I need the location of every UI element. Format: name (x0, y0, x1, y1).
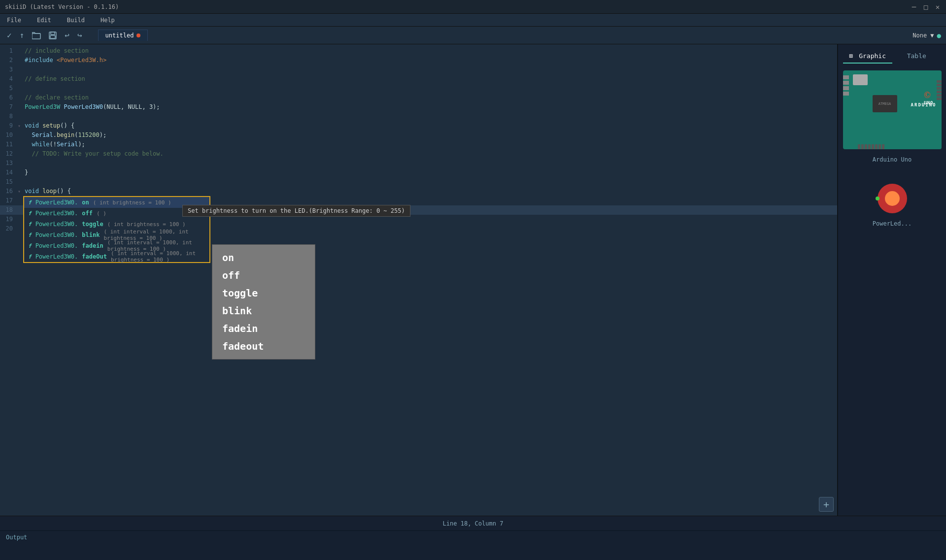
led-label: PowerLed... (873, 220, 912, 227)
menu-build[interactable]: Build (64, 16, 88, 25)
method-fadein[interactable]: fadein (212, 320, 315, 337)
arduino-board: ATMEGA © UNO ARDUINO (843, 70, 942, 149)
ac-item-fadeout[interactable]: f PowerLed3W0. fadeOut ( int interval = … (24, 251, 209, 262)
upload-button[interactable]: ↑ (18, 30, 27, 41)
svg-rect-0 (32, 33, 40, 39)
tab-table[interactable]: Table (892, 49, 942, 64)
unsaved-indicator (136, 33, 140, 37)
line-9: 9 ▾ void setup() { (0, 121, 837, 131)
close-button[interactable]: ✕ (934, 3, 941, 10)
add-button[interactable]: + (819, 497, 834, 512)
line-4: 4 // define section (0, 74, 837, 84)
led-component (878, 184, 907, 213)
app-title: skiiiD (Latest Version - 0.1.16) (5, 3, 119, 10)
led-status-dot (876, 197, 879, 200)
redo-button[interactable]: ↪ (75, 30, 84, 41)
method-fadeout[interactable]: fadeout (212, 337, 315, 355)
ac-item-blink[interactable]: f PowerLed3W0. blink ( int interval = 10… (24, 230, 209, 240)
method-off[interactable]: off (212, 266, 315, 284)
menu-edit[interactable]: Edit (34, 16, 54, 25)
ac-item-fadein[interactable]: f PowerLed3W0. fadein ( int interval = 1… (24, 240, 209, 251)
line-6: 6 // declare section (0, 93, 837, 102)
line-10: 10 Serial.begin(115200); (0, 131, 837, 140)
method-on[interactable]: on (212, 249, 315, 266)
method-blink[interactable]: blink (212, 302, 315, 320)
line-16: 16 ▾ void loop() { (0, 187, 837, 196)
line-8: 8 (0, 112, 837, 121)
ac-item-off[interactable]: f PowerLed3W0. off ( ) (24, 208, 209, 219)
led-inner (885, 191, 900, 206)
svg-rect-2 (51, 32, 55, 34)
status-bar: Line 18, Column 7 (0, 516, 946, 530)
view-dot: ● (937, 32, 941, 39)
code-editor[interactable]: 1 // include section 2 #include <PowerLe… (0, 44, 838, 516)
method-popup[interactable]: on off toggle blink fadein fadeout (212, 244, 315, 360)
line-5: 5 (0, 84, 837, 93)
led-component-container (878, 176, 907, 213)
file-tab[interactable]: untitled (98, 30, 148, 41)
line-2: 2 #include <PowerLed3W.h> (0, 56, 837, 65)
open-button[interactable] (30, 31, 43, 40)
title-bar: skiiiD (Latest Version - 0.1.16) ─ □ ✕ (0, 0, 946, 14)
menu-help[interactable]: Help (98, 16, 118, 25)
status-text: Line 18, Column 7 (443, 520, 504, 527)
panel-tabs: ⊞ Graphic Table (843, 49, 941, 64)
graphic-icon: ⊞ (849, 52, 853, 60)
line-1: 1 // include section (0, 46, 837, 56)
right-panel: ⊞ Graphic Table ATMEGA © (838, 44, 946, 516)
tab-name: untitled (105, 32, 134, 39)
line-11: 11 while(!Serial); (0, 140, 837, 149)
output-label: Output (6, 534, 940, 541)
method-toggle[interactable]: toggle (212, 284, 315, 302)
check-button[interactable]: ✓ (5, 30, 14, 41)
menu-bar: File Edit Build Help (0, 14, 946, 27)
line-3: 3 (0, 65, 837, 74)
toolbar: ✓ ↑ ↩ ↪ untitled None ▼ ● (0, 27, 946, 44)
maximize-button[interactable]: □ (922, 3, 929, 10)
minimize-button[interactable]: ─ (911, 3, 917, 10)
board-name-label: Arduino Uno (873, 156, 912, 163)
line-7: 7 PowerLed3W PowerLed3W0(NULL, NULL, 3); (0, 102, 837, 112)
svg-rect-3 (50, 35, 55, 38)
output-panel: Output (0, 530, 946, 560)
ac-item-on[interactable]: f PowerLed3W0. on ( int brightness = 100… (24, 197, 209, 208)
menu-file[interactable]: File (4, 16, 24, 25)
line-15: 15 (0, 177, 837, 187)
save-button[interactable] (47, 31, 59, 40)
line-13: 13 (0, 159, 837, 168)
undo-button[interactable]: ↩ (63, 30, 71, 41)
tooltip: Set brightness to turn on the LED.(Brigh… (182, 205, 410, 217)
ac-item-toggle[interactable]: f PowerLed3W0. toggle ( int brightness =… (24, 219, 209, 230)
tab-graphic[interactable]: ⊞ Graphic (843, 49, 892, 64)
view-selector[interactable]: None ▼ (912, 32, 934, 39)
line-14: 14 } (0, 168, 837, 177)
line-12: 12 // TODO: Write your setup code below. (0, 149, 837, 159)
